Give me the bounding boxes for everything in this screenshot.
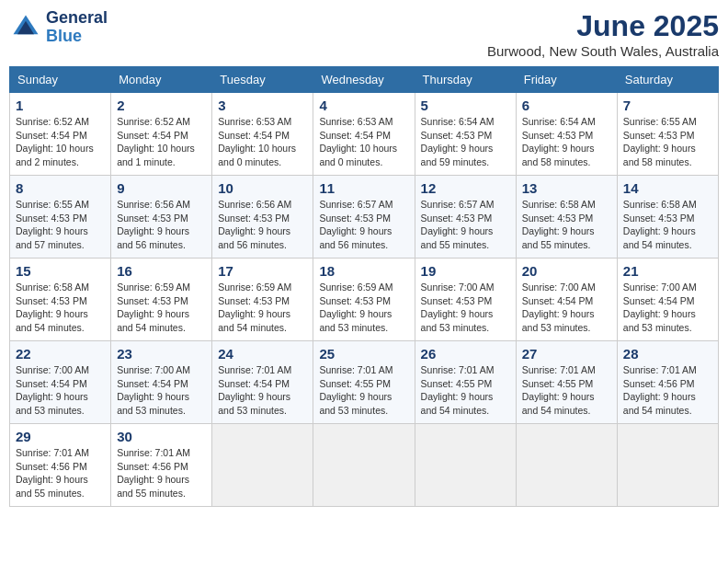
day-number: 15 (16, 263, 105, 279)
day-info: Sunrise: 6:56 AM Sunset: 4:53 PM Dayligh… (117, 198, 206, 252)
day-number: 2 (117, 98, 206, 113)
day-info: Sunrise: 6:59 AM Sunset: 4:53 PM Dayligh… (117, 281, 206, 335)
day-number: 17 (218, 263, 307, 279)
calendar-cell: 6Sunrise: 6:54 AM Sunset: 4:53 PM Daylig… (516, 93, 617, 176)
calendar-cell: 25Sunrise: 7:01 AM Sunset: 4:55 PM Dayli… (313, 341, 415, 424)
day-info: Sunrise: 6:56 AM Sunset: 4:53 PM Dayligh… (218, 198, 307, 252)
day-number: 13 (522, 180, 611, 196)
calendar-cell: 17Sunrise: 6:59 AM Sunset: 4:53 PM Dayli… (212, 259, 313, 341)
day-number: 16 (117, 263, 206, 279)
day-info: Sunrise: 6:54 AM Sunset: 4:53 PM Dayligh… (522, 115, 611, 169)
day-number: 26 (421, 346, 510, 362)
day-info: Sunrise: 6:59 AM Sunset: 4:53 PM Dayligh… (218, 281, 307, 335)
day-number: 30 (117, 429, 206, 444)
calendar-cell: 26Sunrise: 7:01 AM Sunset: 4:55 PM Dayli… (415, 341, 516, 424)
day-info: Sunrise: 6:52 AM Sunset: 4:54 PM Dayligh… (117, 115, 206, 169)
day-number: 1 (16, 98, 105, 113)
day-number: 19 (421, 263, 510, 279)
logo: General Blue (9, 9, 108, 46)
weekday-header-monday: Monday (111, 67, 212, 93)
weekday-header-saturday: Saturday (617, 67, 718, 93)
day-info: Sunrise: 7:00 AM Sunset: 4:54 PM Dayligh… (117, 363, 206, 418)
calendar-cell: 16Sunrise: 6:59 AM Sunset: 4:53 PM Dayli… (111, 259, 212, 341)
logo-icon (9, 11, 42, 44)
day-number: 18 (319, 263, 408, 279)
calendar-table: SundayMondayTuesdayWednesdayThursdayFrid… (9, 66, 719, 507)
month-year-title: June 2025 (487, 9, 719, 43)
day-number: 9 (117, 180, 206, 196)
calendar-cell: 2Sunrise: 6:52 AM Sunset: 4:54 PM Daylig… (111, 93, 212, 176)
day-info: Sunrise: 7:01 AM Sunset: 4:56 PM Dayligh… (16, 446, 105, 500)
calendar-week-row: 15Sunrise: 6:58 AM Sunset: 4:53 PM Dayli… (10, 259, 719, 341)
day-info: Sunrise: 6:53 AM Sunset: 4:54 PM Dayligh… (218, 115, 307, 169)
weekday-header-friday: Friday (516, 67, 617, 93)
day-info: Sunrise: 6:57 AM Sunset: 4:53 PM Dayligh… (421, 198, 510, 252)
calendar-cell: 27Sunrise: 7:01 AM Sunset: 4:55 PM Dayli… (516, 341, 617, 424)
day-number: 10 (218, 180, 307, 196)
weekday-header-sunday: Sunday (10, 67, 111, 93)
calendar-cell (415, 424, 516, 507)
calendar-cell: 7Sunrise: 6:55 AM Sunset: 4:53 PM Daylig… (617, 93, 718, 176)
calendar-cell: 10Sunrise: 6:56 AM Sunset: 4:53 PM Dayli… (212, 176, 313, 259)
calendar-cell (313, 424, 415, 507)
logo-text: General Blue (46, 9, 108, 46)
day-number: 23 (117, 346, 206, 362)
logo-line1: General (46, 9, 108, 28)
day-number: 29 (16, 429, 105, 444)
weekday-header-wednesday: Wednesday (313, 67, 415, 93)
day-info: Sunrise: 6:58 AM Sunset: 4:53 PM Dayligh… (623, 198, 712, 252)
day-number: 5 (421, 98, 510, 113)
weekday-header-thursday: Thursday (415, 67, 516, 93)
calendar-cell (516, 424, 617, 507)
day-number: 28 (623, 346, 712, 362)
calendar-cell: 24Sunrise: 7:01 AM Sunset: 4:54 PM Dayli… (212, 341, 313, 424)
day-info: Sunrise: 6:54 AM Sunset: 4:53 PM Dayligh… (421, 115, 510, 169)
day-info: Sunrise: 6:58 AM Sunset: 4:53 PM Dayligh… (16, 281, 105, 335)
calendar-header-row: SundayMondayTuesdayWednesdayThursdayFrid… (10, 67, 719, 93)
calendar-cell: 9Sunrise: 6:56 AM Sunset: 4:53 PM Daylig… (111, 176, 212, 259)
day-info: Sunrise: 7:01 AM Sunset: 4:55 PM Dayligh… (522, 363, 611, 418)
day-number: 14 (623, 180, 712, 196)
logo-line2: Blue (46, 28, 108, 46)
day-info: Sunrise: 7:01 AM Sunset: 4:56 PM Dayligh… (623, 363, 712, 418)
calendar-cell (212, 424, 313, 507)
calendar-cell: 15Sunrise: 6:58 AM Sunset: 4:53 PM Dayli… (10, 259, 111, 341)
calendar-cell: 30Sunrise: 7:01 AM Sunset: 4:56 PM Dayli… (111, 424, 212, 507)
day-info: Sunrise: 7:00 AM Sunset: 4:54 PM Dayligh… (623, 281, 712, 335)
calendar-week-row: 22Sunrise: 7:00 AM Sunset: 4:54 PM Dayli… (10, 341, 719, 424)
calendar-cell: 19Sunrise: 7:00 AM Sunset: 4:53 PM Dayli… (415, 259, 516, 341)
day-number: 21 (623, 263, 712, 279)
day-number: 20 (522, 263, 611, 279)
calendar-cell (617, 424, 718, 507)
day-info: Sunrise: 6:53 AM Sunset: 4:54 PM Dayligh… (319, 115, 408, 169)
calendar-cell: 18Sunrise: 6:59 AM Sunset: 4:53 PM Dayli… (313, 259, 415, 341)
day-info: Sunrise: 6:52 AM Sunset: 4:54 PM Dayligh… (16, 115, 105, 169)
calendar-cell: 4Sunrise: 6:53 AM Sunset: 4:54 PM Daylig… (313, 93, 415, 176)
calendar-cell: 28Sunrise: 7:01 AM Sunset: 4:56 PM Dayli… (617, 341, 718, 424)
calendar-week-row: 8Sunrise: 6:55 AM Sunset: 4:53 PM Daylig… (10, 176, 719, 259)
calendar-cell: 23Sunrise: 7:00 AM Sunset: 4:54 PM Dayli… (111, 341, 212, 424)
day-number: 11 (319, 180, 408, 196)
day-number: 6 (522, 98, 611, 113)
day-number: 4 (319, 98, 408, 113)
day-info: Sunrise: 6:58 AM Sunset: 4:53 PM Dayligh… (522, 198, 611, 252)
calendar-cell: 5Sunrise: 6:54 AM Sunset: 4:53 PM Daylig… (415, 93, 516, 176)
calendar-cell: 3Sunrise: 6:53 AM Sunset: 4:54 PM Daylig… (212, 93, 313, 176)
calendar-week-row: 1Sunrise: 6:52 AM Sunset: 4:54 PM Daylig… (10, 93, 719, 176)
calendar-cell: 14Sunrise: 6:58 AM Sunset: 4:53 PM Dayli… (617, 176, 718, 259)
day-info: Sunrise: 7:00 AM Sunset: 4:54 PM Dayligh… (522, 281, 611, 335)
day-number: 22 (16, 346, 105, 362)
day-info: Sunrise: 6:55 AM Sunset: 4:53 PM Dayligh… (623, 115, 712, 169)
calendar-cell: 29Sunrise: 7:01 AM Sunset: 4:56 PM Dayli… (10, 424, 111, 507)
day-info: Sunrise: 7:01 AM Sunset: 4:55 PM Dayligh… (319, 363, 408, 418)
calendar-cell: 8Sunrise: 6:55 AM Sunset: 4:53 PM Daylig… (10, 176, 111, 259)
location-subtitle: Burwood, New South Wales, Australia (487, 43, 719, 59)
day-number: 25 (319, 346, 408, 362)
calendar-cell: 20Sunrise: 7:00 AM Sunset: 4:54 PM Dayli… (516, 259, 617, 341)
calendar-cell: 22Sunrise: 7:00 AM Sunset: 4:54 PM Dayli… (10, 341, 111, 424)
day-info: Sunrise: 7:00 AM Sunset: 4:54 PM Dayligh… (16, 363, 105, 418)
calendar-cell: 1Sunrise: 6:52 AM Sunset: 4:54 PM Daylig… (10, 93, 111, 176)
day-info: Sunrise: 6:59 AM Sunset: 4:53 PM Dayligh… (319, 281, 408, 335)
day-info: Sunrise: 7:01 AM Sunset: 4:54 PM Dayligh… (218, 363, 307, 418)
header: General Blue June 2025 Burwood, New Sout… (9, 9, 719, 59)
